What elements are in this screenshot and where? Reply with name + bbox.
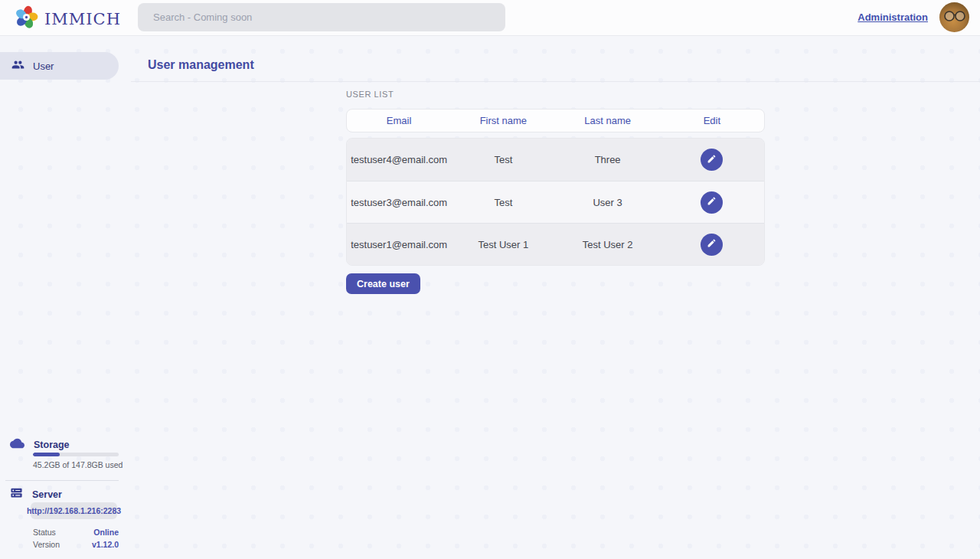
table-row: testuser3@email.com Test User 3 xyxy=(347,181,764,223)
user-table: testuser4@email.com Test Three testuser3… xyxy=(346,138,765,266)
edit-user-button[interactable] xyxy=(701,234,723,256)
version-value: v1.12.0 xyxy=(92,540,119,549)
version-label: Version xyxy=(33,540,60,549)
page-title: User management xyxy=(148,58,254,72)
storage-usage-text: 45.2GB of 147.8GB used xyxy=(33,460,122,469)
server-title: Server xyxy=(32,489,62,500)
storage-progress-fill xyxy=(33,453,60,456)
top-navbar: IMMICH Administration xyxy=(0,0,980,36)
server-status-row: Status Online xyxy=(33,528,119,537)
sidebar-item-label: User xyxy=(33,60,54,72)
column-header-last-name: Last name xyxy=(556,115,660,126)
user-email: testuser4@email.com xyxy=(347,154,451,165)
user-first-name: Test xyxy=(451,197,555,208)
user-email: testuser3@email.com xyxy=(347,197,451,208)
glasses-icon xyxy=(943,10,966,22)
user-avatar[interactable] xyxy=(939,2,969,32)
user-last-name: Three xyxy=(556,154,660,165)
sidebar: User Storage 45.2GB of 147.8GB used xyxy=(0,36,119,559)
user-table-header: Email First name Last name Edit xyxy=(346,109,765,132)
storage-section: Storage 45.2GB of 147.8GB used xyxy=(0,438,119,452)
page-background: IMMICH Administration User xyxy=(0,0,980,559)
column-header-edit: Edit xyxy=(660,115,764,126)
column-header-first-name: First name xyxy=(451,115,555,126)
app-title: IMMICH xyxy=(44,10,121,28)
storage-progress-track xyxy=(33,453,119,456)
storage-title: Storage xyxy=(34,440,70,450)
user-list-label: USER LIST xyxy=(346,90,394,99)
edit-user-button[interactable] xyxy=(701,191,723,214)
administration-link[interactable]: Administration xyxy=(858,11,928,23)
edit-user-button[interactable] xyxy=(701,149,723,171)
sidebar-divider xyxy=(5,480,119,481)
pencil-icon xyxy=(707,154,717,166)
sidebar-item-user[interactable]: User xyxy=(0,52,119,80)
status-label: Status xyxy=(33,528,56,537)
server-icon xyxy=(10,486,23,502)
immich-flower-icon xyxy=(14,5,39,33)
table-row: testuser4@email.com Test Three xyxy=(347,139,764,181)
app-logo[interactable]: IMMICH xyxy=(14,5,121,33)
cloud-icon xyxy=(10,438,24,452)
user-last-name: User 3 xyxy=(556,197,660,208)
user-first-name: Test xyxy=(451,154,555,165)
pencil-icon xyxy=(707,196,717,208)
users-icon xyxy=(11,58,24,74)
status-value: Online xyxy=(93,528,119,537)
table-row: testuser1@email.com Test User 1 Test Use… xyxy=(347,223,764,265)
server-url-badge: http://192.168.1.216:2283 xyxy=(31,502,117,519)
server-section: Server http://192.168.1.216:2283 Status … xyxy=(0,486,119,502)
title-divider xyxy=(131,81,980,82)
column-header-email: Email xyxy=(347,115,451,126)
search-input[interactable] xyxy=(138,3,505,31)
pencil-icon xyxy=(707,238,717,250)
server-version-row: Version v1.12.0 xyxy=(33,540,119,549)
user-email: testuser1@email.com xyxy=(347,239,451,250)
create-user-button[interactable]: Create user xyxy=(346,273,420,294)
user-first-name: Test User 1 xyxy=(451,239,555,250)
user-last-name: Test User 2 xyxy=(556,239,660,250)
